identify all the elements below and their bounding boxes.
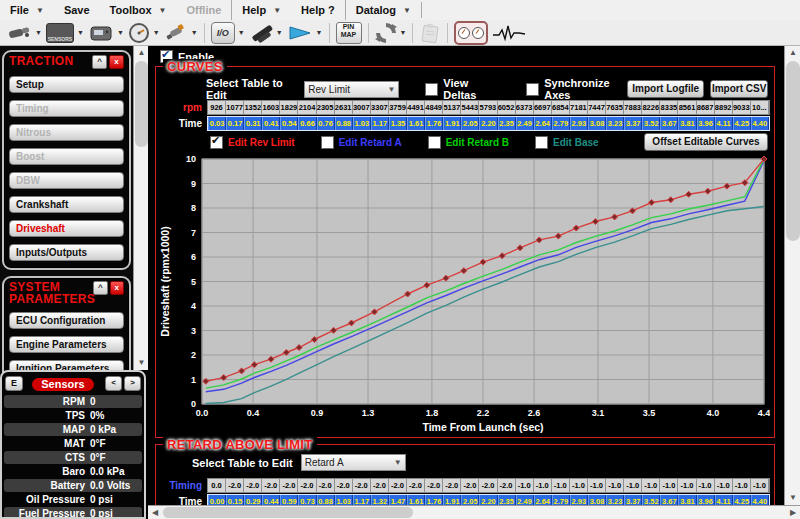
rpm-cell[interactable]: 9033 bbox=[733, 101, 751, 114]
time-cell[interactable]: 3.67 bbox=[660, 117, 678, 130]
rpm-cell[interactable]: 7181 bbox=[570, 101, 588, 114]
scrollbar-thumb[interactable] bbox=[135, 61, 148, 147]
timing-cell[interactable]: -1.0 bbox=[642, 479, 660, 492]
timing-cell[interactable]: -2.0 bbox=[262, 479, 280, 492]
prev-page-button[interactable]: < bbox=[105, 376, 122, 391]
timing-cell[interactable]: -2.0 bbox=[425, 479, 443, 492]
time-cell[interactable]: 3.52 bbox=[642, 117, 660, 130]
menu-item[interactable]: Toolbox ▼ bbox=[100, 0, 177, 20]
timing-cell[interactable]: -2.0 bbox=[443, 479, 461, 492]
time-cell[interactable]: 4.25 bbox=[733, 117, 751, 130]
rpm-cell[interactable]: 8561 bbox=[678, 101, 696, 114]
sidebar-scrollbar[interactable]: ▲ ▼ bbox=[133, 46, 149, 370]
timing-cell[interactable]: -1.0 bbox=[534, 479, 552, 492]
handheld-tool[interactable]: ▼ bbox=[88, 21, 124, 45]
rpm-cell[interactable]: 2305 bbox=[317, 101, 335, 114]
table-select[interactable]: Rev Limit ▼ bbox=[304, 81, 399, 98]
time-cell[interactable]: 3.23 bbox=[606, 117, 624, 130]
collapse-button[interactable]: ^ bbox=[92, 55, 107, 69]
time-cell[interactable]: 2.93 bbox=[570, 117, 588, 130]
time-cell[interactable]: 1.76 bbox=[425, 117, 443, 130]
edit-curve-checkbox[interactable] bbox=[428, 136, 441, 149]
rpm-cell[interactable]: 1829 bbox=[280, 101, 298, 114]
time-cell[interactable]: 2.20 bbox=[479, 117, 497, 130]
time-cell[interactable]: 1.91 bbox=[443, 117, 461, 130]
rpm-cell[interactable]: 8335 bbox=[660, 101, 678, 114]
rpm-cell[interactable]: 4491 bbox=[407, 101, 425, 114]
menu-item[interactable]: File ▼ bbox=[0, 0, 54, 20]
close-icon[interactable]: x bbox=[110, 281, 125, 295]
timing-cell[interactable]: -1.0 bbox=[697, 479, 715, 492]
timing-cell[interactable]: -2.0 bbox=[244, 479, 262, 492]
scrollbar-thumb[interactable] bbox=[163, 507, 413, 518]
menu-item[interactable]: Datalog ▼ bbox=[345, 0, 421, 20]
close-icon[interactable]: x bbox=[109, 55, 124, 69]
rpm-cell[interactable]: 6052 bbox=[498, 101, 516, 114]
injector-tool[interactable]: ▼ bbox=[164, 21, 198, 45]
edit-curve-checkbox[interactable] bbox=[535, 136, 548, 149]
menu-item[interactable]: Save ▼ bbox=[54, 0, 100, 20]
timing-cell[interactable]: -2.0 bbox=[353, 479, 371, 492]
import-logfile-button[interactable]: Import Logfile bbox=[627, 80, 704, 98]
rpm-cell[interactable]: 1603 bbox=[262, 101, 280, 114]
rpm-cell[interactable]: 926 bbox=[208, 101, 226, 114]
horizontal-scrollbar[interactable]: ◀ ▶ bbox=[148, 505, 800, 519]
time-cell[interactable]: 0.88 bbox=[335, 117, 353, 130]
timing-cell[interactable]: -1.0 bbox=[624, 479, 642, 492]
edit-curve-checkbox[interactable] bbox=[210, 136, 223, 149]
scroll-left-icon[interactable]: ◀ bbox=[148, 506, 162, 519]
timing-cell[interactable]: -1.0 bbox=[588, 479, 606, 492]
view-deltas-checkbox[interactable] bbox=[425, 83, 438, 96]
timing-cell[interactable]: -1.0 bbox=[552, 479, 570, 492]
timing-cell[interactable]: -2.0 bbox=[498, 479, 516, 492]
timing-cell[interactable]: -1.0 bbox=[751, 479, 769, 492]
rpm-cell[interactable]: 10... bbox=[751, 101, 769, 114]
rpm-cell[interactable]: 2631 bbox=[335, 101, 353, 114]
time-cell[interactable]: 0.31 bbox=[244, 117, 262, 130]
rpm-cell[interactable]: 7883 bbox=[624, 101, 642, 114]
rpm-cell[interactable]: 7447 bbox=[588, 101, 606, 114]
e-button[interactable]: E bbox=[5, 376, 23, 391]
time-cell[interactable]: 2.64 bbox=[534, 117, 552, 130]
scroll-down-icon[interactable]: ▼ bbox=[785, 491, 800, 505]
rpm-cell[interactable]: 6854 bbox=[552, 101, 570, 114]
sidebar-item[interactable]: Crankshaft bbox=[9, 196, 124, 213]
time-cell[interactable]: 0.54 bbox=[280, 117, 298, 130]
timing-cell[interactable]: 0.0 bbox=[208, 479, 226, 492]
sidebar-item[interactable]: Setup bbox=[9, 76, 124, 93]
sidebar-item[interactable]: Inputs/Outputs bbox=[9, 244, 124, 261]
time-cell[interactable]: 4.11 bbox=[715, 117, 733, 130]
time-cell[interactable]: 1.35 bbox=[389, 117, 407, 130]
vertical-scrollbar[interactable]: ▲ ▼ bbox=[784, 46, 800, 505]
fan-tool[interactable]: ▼ bbox=[287, 21, 323, 45]
sidebar-item[interactable]: DBW bbox=[9, 172, 124, 189]
timing-cell[interactable]: -2.0 bbox=[280, 479, 298, 492]
io-tool[interactable]: I/O ▼ bbox=[211, 21, 245, 45]
offset-editable-curves-button[interactable]: Offset Editable Curves bbox=[644, 133, 768, 151]
sidebar-item[interactable]: Timing bbox=[9, 100, 124, 117]
edit-curve-control[interactable]: Edit Retard A bbox=[321, 136, 402, 149]
retard-table-select[interactable]: Retard A ▼ bbox=[301, 454, 406, 471]
timing-cell[interactable]: -1.0 bbox=[516, 479, 534, 492]
time-cell[interactable]: 0.66 bbox=[298, 117, 316, 130]
rpm-cell[interactable]: 4849 bbox=[425, 101, 443, 114]
rpm-cell[interactable]: 2104 bbox=[298, 101, 316, 114]
timing-cell[interactable]: -2.0 bbox=[317, 479, 335, 492]
timing-cell[interactable]: -2.0 bbox=[407, 479, 425, 492]
rpm-cell[interactable]: 5137 bbox=[443, 101, 461, 114]
timing-cell[interactable]: -1.0 bbox=[606, 479, 624, 492]
edit-curve-control[interactable]: Edit Retard B bbox=[428, 136, 509, 149]
timing-cell[interactable]: -2.0 bbox=[298, 479, 316, 492]
rpm-cell[interactable]: 3759 bbox=[389, 101, 407, 114]
pulse-tool[interactable] bbox=[492, 21, 526, 45]
rpm-cell[interactable]: 8687 bbox=[697, 101, 715, 114]
timing-cell[interactable]: -1.0 bbox=[715, 479, 733, 492]
time-cell[interactable]: 1.61 bbox=[407, 117, 425, 130]
rpm-cell[interactable]: 1077 bbox=[226, 101, 244, 114]
time-cell[interactable]: 2.79 bbox=[552, 117, 570, 130]
sidebar-item[interactable]: Nitrous bbox=[9, 124, 124, 141]
rpm-cell[interactable]: 3007 bbox=[353, 101, 371, 114]
view-deltas-control[interactable]: View Deltas bbox=[425, 77, 496, 101]
scrollbar-thumb[interactable] bbox=[786, 61, 800, 241]
menu-item[interactable]: Help ▼ bbox=[231, 0, 291, 20]
